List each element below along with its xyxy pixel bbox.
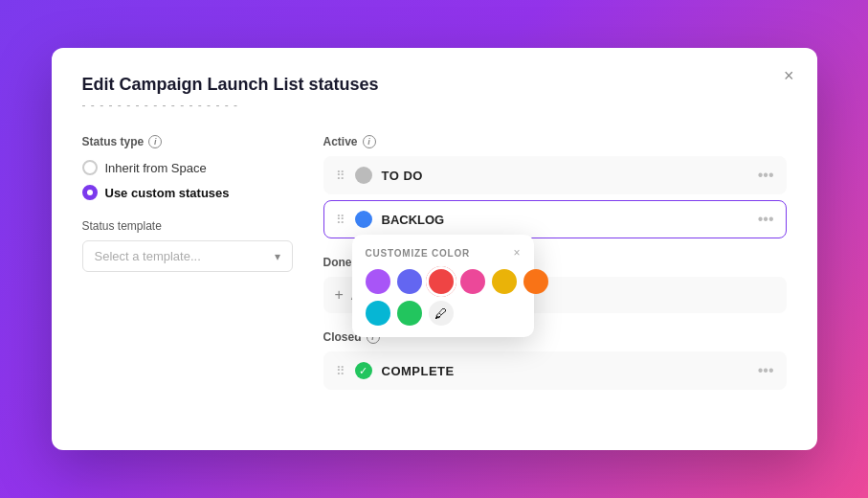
left-panel: Status type i Inherit from Space Use cus… — [82, 135, 293, 407]
eyedropper-button[interactable]: 🖊 — [429, 301, 454, 326]
color-picker-close-button[interactable]: × — [513, 246, 520, 260]
custom-option[interactable]: Use custom statuses — [82, 185, 293, 200]
template-placeholder: Select a template... — [95, 249, 201, 263]
complete-status-row: ⠿ ✓ COMPLETE ••• — [323, 351, 787, 390]
template-dropdown[interactable]: Select a template... ▾ — [82, 240, 293, 272]
backlog-input[interactable] — [382, 213, 748, 227]
inherit-option[interactable]: Inherit from Space — [82, 160, 293, 175]
complete-check-icon: ✓ — [355, 362, 372, 379]
swatch-indigo[interactable] — [397, 269, 422, 294]
template-section: Status template Select a template... ▾ — [82, 219, 293, 272]
modal-subtitle: - - - - - - - - - - - - - - - - - - — [82, 99, 787, 112]
modal: Edit Campaign Launch List statuses - - -… — [52, 48, 817, 450]
complete-status-name: COMPLETE — [382, 364, 748, 378]
modal-body: Status type i Inherit from Space Use cus… — [82, 135, 787, 407]
status-type-label: Status type — [82, 135, 145, 148]
plus-icon: + — [335, 286, 344, 304]
swatch-cyan[interactable] — [366, 301, 390, 326]
todo-more-button[interactable]: ••• — [758, 168, 774, 183]
color-picker-popup: CUSTOMIZE COLOR × — [352, 235, 534, 337]
swatch-red[interactable] — [429, 269, 454, 294]
color-swatches-row2: 🖊 — [366, 301, 521, 326]
active-group: Active i ⠿ TO DO ••• ⠿ — [323, 135, 787, 238]
todo-status-dot — [355, 167, 372, 184]
color-picker-title: CUSTOMIZE COLOR — [366, 248, 471, 259]
inherit-label: Inherit from Space — [105, 161, 207, 175]
swatch-pink[interactable] — [460, 269, 485, 294]
swatch-green[interactable] — [397, 301, 422, 326]
inherit-radio[interactable] — [82, 160, 98, 175]
active-info-icon: i — [363, 135, 376, 148]
complete-drag-handle[interactable]: ⠿ — [336, 364, 345, 378]
status-type-section: Status type i — [82, 135, 293, 148]
active-label: Active — [323, 135, 358, 148]
color-picker-header: CUSTOMIZE COLOR × — [366, 246, 521, 260]
backlog-drag-handle[interactable]: ⠿ — [336, 213, 345, 227]
backlog-status-name[interactable] — [382, 213, 748, 227]
swatch-purple[interactable] — [366, 269, 390, 294]
active-label-row: Active i — [323, 135, 787, 148]
todo-status-name: TO DO — [382, 169, 748, 183]
closed-group: Closed i ⠿ ✓ COMPLETE ••• — [323, 330, 787, 390]
close-button[interactable]: × — [784, 67, 794, 84]
custom-label: Use custom statuses — [105, 186, 230, 200]
modal-title: Edit Campaign Launch List statuses — [82, 75, 787, 95]
todo-status-row: ⠿ TO DO ••• — [323, 156, 787, 194]
chevron-down-icon: ▾ — [275, 250, 280, 263]
status-type-info-icon: i — [148, 135, 162, 148]
todo-drag-handle[interactable]: ⠿ — [336, 169, 345, 183]
complete-more-button[interactable]: ••• — [758, 363, 774, 378]
custom-radio[interactable] — [82, 185, 98, 200]
done-label: Done — [323, 256, 352, 269]
swatch-yellow[interactable] — [492, 269, 517, 294]
template-label: Status template — [82, 219, 293, 233]
right-panel: Active i ⠿ TO DO ••• ⠿ — [323, 135, 787, 407]
swatch-orange[interactable] — [523, 269, 548, 294]
backlog-status-row: ⠿ ••• — [323, 200, 787, 238]
color-swatches-row1 — [366, 269, 521, 294]
backlog-status-dot — [355, 211, 372, 228]
backlog-more-button[interactable]: ••• — [758, 212, 774, 227]
backlog-container: ⠿ ••• CUSTOMIZE COLOR × — [323, 200, 787, 238]
